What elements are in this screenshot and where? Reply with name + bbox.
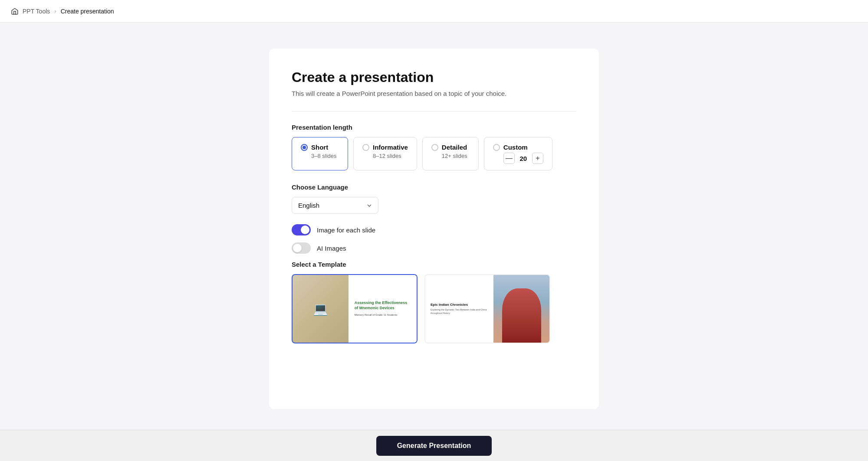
generate-presentation-button[interactable]: Generate Presentation [376,436,492,456]
template-2-layout: Epic Indian Chronicles Exploring the Dyn… [425,275,549,343]
toggle-thumb-image-per-slide [301,226,309,234]
temple-dome [502,288,541,343]
template-2-right [493,275,549,343]
length-options: Short 3–8 slides Informative 8–12 slides… [292,137,576,170]
main-content: Create a presentation This will create a… [0,23,868,461]
topbar: PPT Tools › Create presentation [0,0,868,23]
breadcrumb-current: Create presentation [61,8,114,15]
length-short-name: Short [311,144,328,151]
bottom-bar: Generate Presentation [0,430,868,461]
length-option-short-header: Short [301,144,328,151]
length-informative-range: 8–12 slides [373,153,401,159]
template-1-right: Assessing the Effectiveness of Mnemonic … [349,275,417,343]
length-custom-name: Custom [503,144,528,151]
custom-value: 20 [518,155,529,162]
breadcrumb-chevron: › [54,8,56,14]
template-2-title: Epic Indian Chronicles [431,303,488,307]
template-1-title: Assessing the Effectiveness of Mnemonic … [355,301,411,311]
length-option-custom-header: Custom [493,144,528,151]
decrement-button[interactable]: — [503,153,515,164]
toggle-thumb-ai-images [293,244,302,252]
language-select[interactable]: English Spanish French German Chinese Ja… [292,197,378,214]
length-option-custom[interactable]: Custom — 20 + [484,137,552,170]
ppt-tools-link[interactable]: PPT Tools [23,8,50,15]
length-informative-name: Informative [373,144,408,151]
toggle-ai-images[interactable] [292,242,311,254]
template-2-left: Epic Indian Chronicles Exploring the Dyn… [425,275,493,343]
template-card-2[interactable]: Epic Indian Chronicles Exploring the Dyn… [424,274,550,343]
language-label: Choose Language [292,183,576,191]
content-card: Create a presentation This will create a… [269,49,599,409]
length-short-range: 3–8 slides [311,153,337,159]
temple-image [493,275,549,343]
language-section: Choose Language English Spanish French G… [292,183,576,214]
template-1-subtitle: Memory Recall of Grade 11 Students [355,313,411,317]
template-1-layout: Assessing the Effectiveness of Mnemonic … [293,275,417,343]
toggle-label-ai-images: AI Images [317,245,346,252]
custom-stepper: — 20 + [503,153,543,164]
toggle-row-ai-images: AI Images [292,242,576,254]
page-title: Create a presentation [292,69,576,85]
increment-button[interactable]: + [532,153,543,164]
length-option-informative-header: Informative [362,144,408,151]
page-subtitle: This will create a PowerPoint presentati… [292,90,576,97]
desk-scene-image [293,275,349,343]
home-icon[interactable] [10,7,19,16]
templates-grid: Assessing the Effectiveness of Mnemonic … [292,274,576,343]
length-detailed-name: Detailed [442,144,467,151]
radio-custom [493,144,500,151]
length-option-detailed[interactable]: Detailed 12+ slides [422,137,479,170]
toggle-image-per-slide[interactable] [292,224,311,235]
template-1-left [293,275,349,343]
radio-short [301,144,308,151]
length-detailed-range: 12+ slides [442,153,467,159]
templates-section-label: Select a Template [292,261,576,268]
radio-informative [362,144,369,151]
length-option-short[interactable]: Short 3–8 slides [292,137,348,170]
divider [292,111,576,111]
radio-detailed [431,144,438,151]
template-card-1[interactable]: Assessing the Effectiveness of Mnemonic … [292,274,418,343]
templates-section: Select a Template Assessing the Effectiv… [292,261,576,343]
presentation-length-label: Presentation length [292,124,576,131]
toggle-label-image-per-slide: Image for each slide [317,226,375,234]
length-option-detailed-header: Detailed [431,144,467,151]
length-option-informative[interactable]: Informative 8–12 slides [353,137,417,170]
toggle-row-image-per-slide: Image for each slide [292,224,576,235]
template-2-subtitle: Exploring the Dynamic Ties Between India… [431,308,488,315]
